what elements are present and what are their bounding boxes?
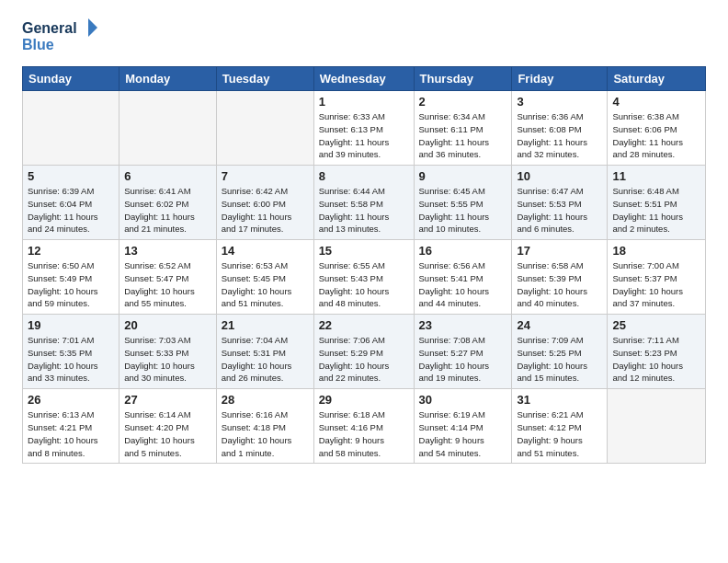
- logo-svg: General Blue: [22, 17, 105, 57]
- day-info: Sunrise: 6:41 AM Sunset: 6:02 PM Dayligh…: [124, 185, 211, 236]
- day-cell: 22Sunrise: 7:06 AM Sunset: 5:29 PM Dayli…: [313, 315, 414, 389]
- day-cell: 20Sunrise: 7:03 AM Sunset: 5:33 PM Dayli…: [119, 315, 217, 389]
- col-header-monday: Monday: [119, 67, 217, 91]
- col-header-saturday: Saturday: [608, 67, 706, 91]
- page: General Blue SundayMondayTuesdayWednesda…: [0, 0, 728, 480]
- day-info: Sunrise: 7:00 AM Sunset: 5:37 PM Dayligh…: [612, 259, 700, 310]
- day-info: Sunrise: 6:50 AM Sunset: 5:49 PM Dayligh…: [28, 259, 114, 310]
- day-info: Sunrise: 6:58 AM Sunset: 5:39 PM Dayligh…: [517, 259, 602, 310]
- day-info: Sunrise: 6:55 AM Sunset: 5:43 PM Dayligh…: [319, 259, 409, 310]
- day-info: Sunrise: 6:48 AM Sunset: 5:51 PM Dayligh…: [612, 185, 700, 236]
- day-cell: [216, 91, 313, 166]
- day-number: 14: [222, 244, 309, 258]
- day-number: 6: [124, 169, 211, 183]
- day-cell: 14Sunrise: 6:53 AM Sunset: 5:45 PM Dayli…: [216, 240, 313, 315]
- day-number: 13: [124, 244, 211, 258]
- day-number: 1: [319, 95, 409, 109]
- header-row: SundayMondayTuesdayWednesdayThursdayFrid…: [23, 67, 706, 91]
- day-info: Sunrise: 6:21 AM Sunset: 4:12 PM Dayligh…: [517, 408, 602, 459]
- week-row-1: 1Sunrise: 6:33 AM Sunset: 6:13 PM Daylig…: [23, 91, 706, 166]
- day-info: Sunrise: 6:34 AM Sunset: 6:11 PM Dayligh…: [419, 110, 507, 161]
- day-cell: 3Sunrise: 6:36 AM Sunset: 6:08 PM Daylig…: [512, 91, 608, 166]
- day-number: 23: [419, 318, 507, 332]
- day-cell: 1Sunrise: 6:33 AM Sunset: 6:13 PM Daylig…: [313, 91, 414, 166]
- day-number: 19: [28, 318, 114, 332]
- week-row-3: 12Sunrise: 6:50 AM Sunset: 5:49 PM Dayli…: [23, 240, 706, 315]
- day-cell: 5Sunrise: 6:39 AM Sunset: 6:04 PM Daylig…: [23, 166, 119, 240]
- day-number: 16: [419, 244, 507, 258]
- day-cell: 28Sunrise: 6:16 AM Sunset: 4:18 PM Dayli…: [216, 389, 313, 464]
- day-info: Sunrise: 7:11 AM Sunset: 5:23 PM Dayligh…: [612, 334, 700, 385]
- day-number: 29: [319, 393, 409, 407]
- day-info: Sunrise: 7:06 AM Sunset: 5:29 PM Dayligh…: [319, 334, 409, 385]
- day-cell: 4Sunrise: 6:38 AM Sunset: 6:06 PM Daylig…: [608, 91, 706, 166]
- day-info: Sunrise: 6:44 AM Sunset: 5:58 PM Dayligh…: [319, 185, 409, 236]
- day-info: Sunrise: 6:16 AM Sunset: 4:18 PM Dayligh…: [222, 408, 309, 459]
- day-info: Sunrise: 6:19 AM Sunset: 4:14 PM Dayligh…: [419, 408, 507, 459]
- day-cell: 10Sunrise: 6:47 AM Sunset: 5:53 PM Dayli…: [512, 166, 608, 240]
- day-cell: 24Sunrise: 7:09 AM Sunset: 5:25 PM Dayli…: [512, 315, 608, 389]
- day-number: 7: [222, 169, 309, 183]
- header: General Blue: [22, 17, 706, 57]
- col-header-friday: Friday: [512, 67, 608, 91]
- day-number: 2: [419, 95, 507, 109]
- day-number: 22: [319, 318, 409, 332]
- logo: General Blue: [22, 17, 105, 57]
- day-info: Sunrise: 6:38 AM Sunset: 6:06 PM Dayligh…: [612, 110, 700, 161]
- day-number: 12: [28, 244, 114, 258]
- day-cell: 6Sunrise: 6:41 AM Sunset: 6:02 PM Daylig…: [119, 166, 217, 240]
- day-cell: [23, 91, 119, 166]
- day-cell: 16Sunrise: 6:56 AM Sunset: 5:41 PM Dayli…: [414, 240, 512, 315]
- day-number: 17: [517, 244, 602, 258]
- day-info: Sunrise: 6:33 AM Sunset: 6:13 PM Dayligh…: [319, 110, 409, 161]
- day-info: Sunrise: 7:01 AM Sunset: 5:35 PM Dayligh…: [28, 334, 114, 385]
- day-number: 5: [28, 169, 114, 183]
- day-info: Sunrise: 6:14 AM Sunset: 4:20 PM Dayligh…: [124, 408, 211, 459]
- svg-marker-1: [88, 18, 97, 37]
- day-cell: 15Sunrise: 6:55 AM Sunset: 5:43 PM Dayli…: [313, 240, 414, 315]
- day-cell: 19Sunrise: 7:01 AM Sunset: 5:35 PM Dayli…: [23, 315, 119, 389]
- day-info: Sunrise: 6:13 AM Sunset: 4:21 PM Dayligh…: [28, 408, 114, 459]
- day-number: 3: [517, 95, 602, 109]
- col-header-tuesday: Tuesday: [216, 67, 313, 91]
- day-info: Sunrise: 7:04 AM Sunset: 5:31 PM Dayligh…: [222, 334, 309, 385]
- day-cell: 29Sunrise: 6:18 AM Sunset: 4:16 PM Dayli…: [313, 389, 414, 464]
- svg-text:Blue: Blue: [22, 37, 54, 52]
- day-number: 9: [419, 169, 507, 183]
- col-header-wednesday: Wednesday: [313, 67, 414, 91]
- day-info: Sunrise: 6:53 AM Sunset: 5:45 PM Dayligh…: [222, 259, 309, 310]
- day-number: 24: [517, 318, 602, 332]
- day-cell: [608, 389, 706, 464]
- day-info: Sunrise: 7:03 AM Sunset: 5:33 PM Dayligh…: [124, 334, 211, 385]
- day-cell: 11Sunrise: 6:48 AM Sunset: 5:51 PM Dayli…: [608, 166, 706, 240]
- day-cell: 7Sunrise: 6:42 AM Sunset: 6:00 PM Daylig…: [216, 166, 313, 240]
- day-number: 10: [517, 169, 602, 183]
- day-cell: 2Sunrise: 6:34 AM Sunset: 6:11 PM Daylig…: [414, 91, 512, 166]
- day-cell: 21Sunrise: 7:04 AM Sunset: 5:31 PM Dayli…: [216, 315, 313, 389]
- day-number: 26: [28, 393, 114, 407]
- day-number: 18: [612, 244, 700, 258]
- day-number: 31: [517, 393, 602, 407]
- day-number: 15: [319, 244, 409, 258]
- day-cell: 26Sunrise: 6:13 AM Sunset: 4:21 PM Dayli…: [23, 389, 119, 464]
- day-info: Sunrise: 6:36 AM Sunset: 6:08 PM Dayligh…: [517, 110, 602, 161]
- day-info: Sunrise: 6:52 AM Sunset: 5:47 PM Dayligh…: [124, 259, 211, 310]
- day-cell: 30Sunrise: 6:19 AM Sunset: 4:14 PM Dayli…: [414, 389, 512, 464]
- week-row-2: 5Sunrise: 6:39 AM Sunset: 6:04 PM Daylig…: [23, 166, 706, 240]
- day-cell: 25Sunrise: 7:11 AM Sunset: 5:23 PM Dayli…: [608, 315, 706, 389]
- week-row-4: 19Sunrise: 7:01 AM Sunset: 5:35 PM Dayli…: [23, 315, 706, 389]
- day-cell: 23Sunrise: 7:08 AM Sunset: 5:27 PM Dayli…: [414, 315, 512, 389]
- day-cell: 17Sunrise: 6:58 AM Sunset: 5:39 PM Dayli…: [512, 240, 608, 315]
- day-number: 4: [612, 95, 700, 109]
- day-cell: 18Sunrise: 7:00 AM Sunset: 5:37 PM Dayli…: [608, 240, 706, 315]
- day-cell: 12Sunrise: 6:50 AM Sunset: 5:49 PM Dayli…: [23, 240, 119, 315]
- day-info: Sunrise: 7:09 AM Sunset: 5:25 PM Dayligh…: [517, 334, 602, 385]
- day-info: Sunrise: 6:47 AM Sunset: 5:53 PM Dayligh…: [517, 185, 602, 236]
- week-row-5: 26Sunrise: 6:13 AM Sunset: 4:21 PM Dayli…: [23, 389, 706, 464]
- day-cell: 31Sunrise: 6:21 AM Sunset: 4:12 PM Dayli…: [512, 389, 608, 464]
- day-info: Sunrise: 7:08 AM Sunset: 5:27 PM Dayligh…: [419, 334, 507, 385]
- day-info: Sunrise: 6:39 AM Sunset: 6:04 PM Dayligh…: [28, 185, 114, 236]
- day-cell: 8Sunrise: 6:44 AM Sunset: 5:58 PM Daylig…: [313, 166, 414, 240]
- day-number: 25: [612, 318, 700, 332]
- day-number: 30: [419, 393, 507, 407]
